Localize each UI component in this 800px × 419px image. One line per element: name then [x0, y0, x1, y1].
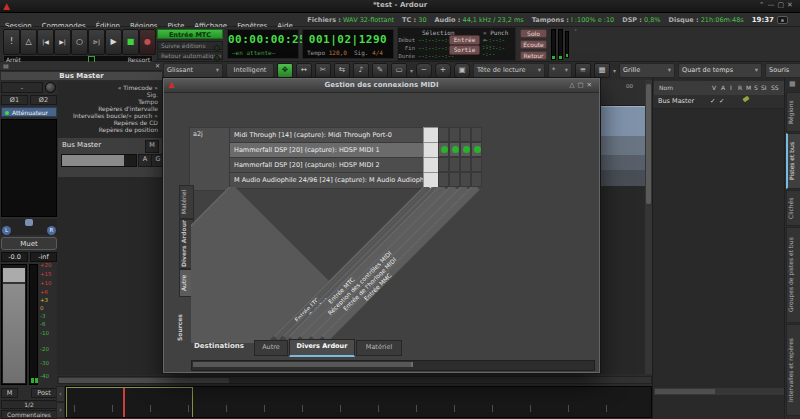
matrix-cell[interactable] [460, 157, 471, 172]
metronome-button[interactable]: △ [20, 29, 37, 55]
summary-scroll-right[interactable]: › [56, 402, 65, 418]
panel-icon[interactable]: ▤ [3, 62, 9, 69]
midi-panic-button[interactable]: ! [3, 29, 20, 55]
audition-tool-icon[interactable]: ♪ [353, 63, 369, 78]
go-start-button[interactable]: |◀ [37, 29, 54, 55]
peak-display[interactable]: -inf [30, 252, 57, 262]
record-button[interactable]: ● [139, 29, 156, 55]
matrix-cell[interactable] [438, 142, 449, 157]
draw-tool-icon[interactable]: ✎ [372, 63, 388, 78]
automation-lane[interactable] [600, 155, 645, 170]
dest-tab-autre[interactable]: Autre [254, 340, 288, 356]
feedback-button[interactable]: Retour [520, 51, 547, 60]
punch-in-button[interactable]: Entrée [449, 35, 480, 45]
grab-tool-icon[interactable]: ✥ [277, 63, 293, 78]
port-group-cell[interactable]: a2j [189, 127, 234, 191]
track-gain-slider[interactable] [61, 154, 137, 167]
mouse-mode-combo[interactable]: ▾Souris [765, 63, 800, 78]
cut-tool-icon[interactable]: ✂ [315, 63, 331, 78]
matrix-cell[interactable] [438, 172, 449, 187]
dialog-titlebar[interactable]: ▲ Gestion des connexions MIDI △▢✕ [164, 79, 599, 93]
matrix-cell[interactable] [460, 142, 471, 157]
midi-matrix-grid[interactable] [438, 127, 482, 187]
chevron-down-icon[interactable]: ▾ [613, 67, 616, 74]
pan-handle[interactable] [25, 219, 33, 226]
track-a-button[interactable]: A [138, 154, 152, 167]
auto-return-toggle[interactable]: Retour automatique [157, 51, 223, 60]
track-header-bus-master[interactable]: Bus Master M A G [57, 137, 163, 178]
meter-point-m-button[interactable]: M [1, 388, 18, 398]
tab-cliches[interactable]: Clichés [786, 190, 800, 226]
edit-mode-combo[interactable]: ▾Glissant [163, 63, 223, 78]
meter-point-button[interactable]: Post [31, 388, 57, 398]
list-settings-icon[interactable]: ▦ [789, 80, 796, 88]
comments-button[interactable]: Commentaires [1, 410, 57, 419]
smart-mode-button[interactable]: Intelligent [226, 63, 274, 78]
gain-fader[interactable] [1, 264, 27, 385]
gain-display[interactable]: -0.0 [1, 252, 28, 262]
track-name[interactable]: Bus Master [62, 141, 101, 149]
panner-widget[interactable]: L R [1, 219, 57, 235]
dest-tab-materiel[interactable]: Matériel [356, 340, 402, 356]
ruler-labels[interactable]: « Timecode »Sig.Tempo Repères d'interval… [58, 84, 158, 133]
matrix-cell[interactable] [449, 172, 460, 187]
play-button[interactable]: ▶ [105, 29, 122, 55]
dialog-window-controls[interactable]: △▢✕ [569, 81, 595, 89]
track-lane[interactable] [600, 136, 645, 155]
sync-source-button[interactable]: Entrée MTC [157, 29, 223, 39]
summary-view-rect[interactable] [66, 387, 193, 418]
loop-button[interactable]: ○ [71, 29, 88, 55]
play-range-button[interactable]: ⊳| [88, 29, 105, 55]
trim-knob[interactable] [45, 82, 56, 93]
primary-clock[interactable]: 00:00:00:25 —en attente— [227, 29, 299, 59]
summary-bar[interactable] [65, 386, 652, 418]
mute-button[interactable]: Muet [1, 237, 57, 250]
stretch-tool-icon[interactable]: ⇆ [334, 63, 350, 78]
phase-2-button[interactable]: Ø2 [30, 95, 57, 105]
tab-groupes[interactable]: Groupes de pistes et bus [786, 227, 800, 323]
matrix-cell[interactable] [438, 127, 449, 142]
output-button[interactable]: 1/2 [1, 400, 57, 409]
close-icon[interactable]: ✕ [155, 62, 160, 69]
secondary-clock[interactable]: 001|02|1290 Tempo 120,0 Sig. 4/4 [302, 29, 394, 59]
dialog-hscrollbar[interactable] [191, 360, 595, 371]
save-icon[interactable]: ▦ [594, 63, 610, 78]
range-tool-icon[interactable]: ↔ [296, 63, 312, 78]
tab-intervalles[interactable]: Intervalles et repères [786, 324, 800, 416]
strip-input-button[interactable]: - [1, 82, 43, 93]
tracks-panel-row[interactable]: Bus Master ✓ ✓ [653, 95, 785, 109]
mixer-strip-name[interactable]: Bus Master [0, 71, 163, 81]
stop-button[interactable]: ■ [122, 29, 139, 55]
window-controls[interactable]: ⌃—▢✕ [759, 1, 796, 9]
zoom-focus-combo[interactable]: ▾Tête de lecture [473, 63, 545, 78]
matrix-cell[interactable] [449, 127, 460, 142]
phase-1-button[interactable]: Ø1 [1, 95, 28, 105]
monitor-icon[interactable] [777, 16, 788, 24]
follow-edits-toggle[interactable]: Suivre éditions [157, 41, 223, 50]
zoom-fit-icon[interactable]: ▣ [454, 63, 470, 78]
dest-tab-divers-ardour[interactable]: Divers Ardour [289, 339, 355, 357]
go-end-button[interactable]: ▶| [54, 29, 71, 55]
tab-regions[interactable]: Régions [786, 92, 800, 132]
shuttle-control[interactable]: Arrêt Ressort [3, 55, 153, 62]
zoom-in-icon[interactable]: + [435, 63, 451, 78]
punch-out-button[interactable]: Sortie [449, 45, 480, 55]
tab-pistes-et-bus[interactable]: Pistes et bus [786, 133, 800, 189]
matrix-cell[interactable] [471, 172, 482, 187]
matrix-cell[interactable] [460, 172, 471, 187]
matrix-cell[interactable] [449, 157, 460, 172]
chevron-down-icon[interactable]: ▾ [410, 67, 413, 74]
audition-button[interactable]: Écoute [520, 40, 547, 49]
track-lane[interactable] [600, 106, 645, 137]
chevron-down-icon[interactable]: ˅ [574, 28, 577, 35]
grid-combo[interactable]: ▾Grille [619, 63, 675, 78]
matrix-cell[interactable] [438, 157, 449, 172]
editor-vscrollbar[interactable] [645, 80, 652, 374]
editor-hscrollbar[interactable] [57, 376, 652, 384]
fader-processor-entry[interactable]: Atténuateur [1, 107, 57, 117]
layers-icon[interactable]: ≡ [575, 63, 591, 78]
matrix-cell[interactable] [471, 142, 482, 157]
matrix-cell[interactable] [471, 157, 482, 172]
matrix-cell[interactable] [471, 127, 482, 142]
automation-lane[interactable] [600, 170, 645, 186]
